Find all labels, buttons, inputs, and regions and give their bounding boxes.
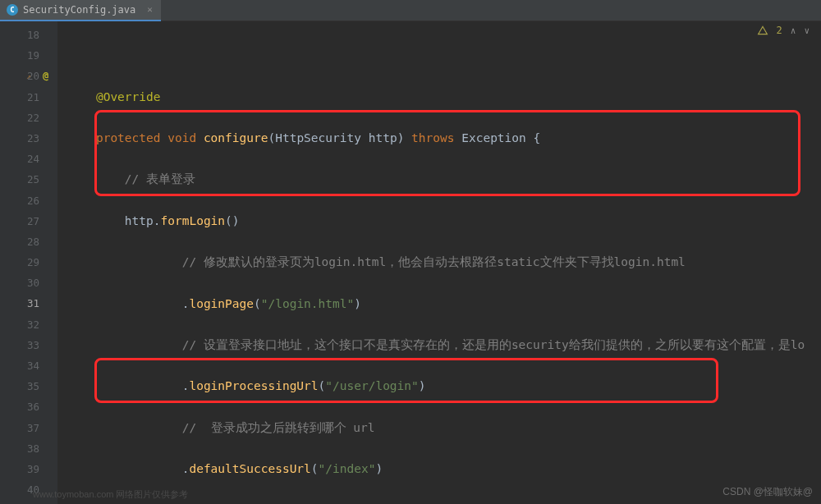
code-content[interactable]: @Override protected void configure(HttpS… xyxy=(57,21,821,504)
file-tab-active[interactable]: C SecurityConfig.java ✕ xyxy=(0,0,161,21)
source-faint-text: www.toymoban.com 网络图片仅供参考 xyxy=(33,488,188,501)
tab-filename: SecurityConfig.java xyxy=(23,4,135,16)
annotation-gutter-icon[interactable]: @ xyxy=(43,66,48,86)
editor: 18 19 20↗@ 21 22 23 24 25 26 27 28 29 30… xyxy=(0,21,821,504)
close-icon[interactable]: ✕ xyxy=(147,4,153,15)
line-gutter[interactable]: 18 19 20↗@ 21 22 23 24 25 26 27 28 29 30… xyxy=(0,21,57,504)
class-icon: C xyxy=(7,4,18,16)
tab-bar: C SecurityConfig.java ✕ xyxy=(0,0,821,21)
override-gutter-icon[interactable]: ↗ xyxy=(26,66,31,86)
csdn-watermark: CSDN @怪咖软妹@ xyxy=(722,485,813,499)
